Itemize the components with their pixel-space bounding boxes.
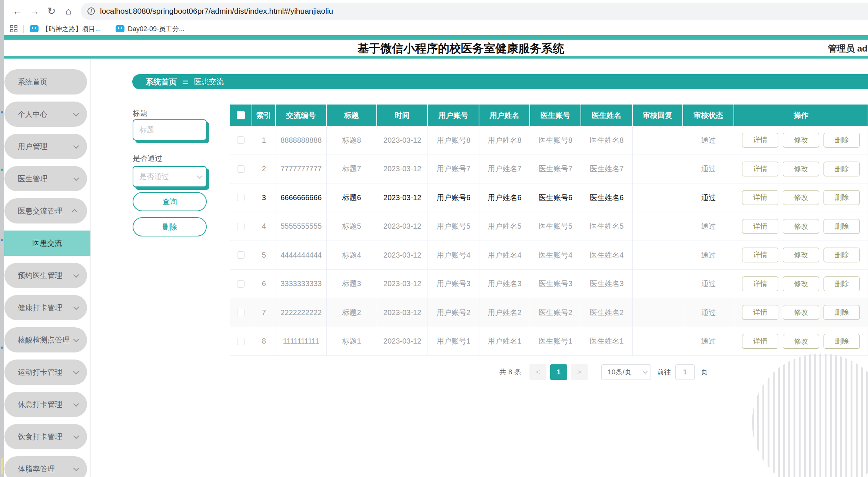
home-button[interactable]: ⌂: [60, 6, 77, 17]
detail-button[interactable]: 详情: [742, 334, 778, 349]
browser-chrome: ← → ↻ ⌂ i localhost:8080/springboot06pr7…: [4, 0, 868, 35]
sidebar-item-label: 医生管理: [18, 174, 73, 184]
apps-grid-icon[interactable]: [10, 25, 17, 32]
edit-button[interactable]: 修改: [783, 162, 819, 176]
reload-button[interactable]: ↻: [43, 5, 60, 17]
bookmark-item[interactable]: Day02-09-员工分...: [116, 24, 184, 33]
detail-button[interactable]: 详情: [742, 190, 778, 205]
query-button[interactable]: 查询: [133, 192, 207, 211]
cell-user-name: 用户姓名8: [479, 126, 530, 155]
row-checkbox[interactable]: [237, 223, 245, 230]
edit-button[interactable]: 修改: [783, 305, 819, 320]
sidebar-item[interactable]: 健康打卡管理: [4, 295, 87, 320]
delete-row-button[interactable]: 删除: [824, 334, 860, 349]
sidebar-item[interactable]: 系统首页: [4, 69, 87, 95]
cell-title: 标题5: [327, 212, 377, 241]
delete-row-button[interactable]: 删除: [824, 133, 860, 148]
detail-button[interactable]: 详情: [742, 276, 778, 291]
cell-time: 2023-03-12: [377, 183, 428, 212]
page-size-select[interactable]: 10条/页: [601, 364, 651, 380]
cell-time: 2023-03-12: [377, 327, 428, 356]
sidebar-item[interactable]: 饮食打卡管理: [4, 424, 87, 449]
delete-row-button[interactable]: 删除: [824, 305, 860, 320]
prev-page-button[interactable]: <: [529, 364, 546, 380]
column-header: 用户姓名: [479, 105, 530, 126]
column-header: 操作: [734, 105, 868, 126]
edit-button[interactable]: 修改: [783, 276, 819, 291]
breadcrumb-home[interactable]: 系统首页: [146, 77, 177, 87]
sidebar-item[interactable]: 医患交流管理: [4, 198, 87, 223]
goto-page-input[interactable]: 1: [675, 364, 695, 380]
cell-review-reply: [633, 241, 683, 269]
decorative-stripes-circle: [752, 354, 868, 477]
row-checkbox[interactable]: [237, 165, 245, 173]
sidebar-item[interactable]: 医患交流: [4, 231, 90, 256]
delete-selected-button[interactable]: 删除: [133, 217, 207, 236]
cell-review-reply: [633, 327, 683, 356]
cell-doctor-name: 医生姓名4: [581, 241, 633, 269]
sidebar-item[interactable]: 体脂率管理: [4, 456, 87, 477]
chevron-down-icon: [197, 173, 203, 179]
delete-row-button[interactable]: 删除: [824, 162, 860, 176]
url-bar[interactable]: i localhost:8080/springboot06pr7/admin/d…: [81, 3, 868, 20]
bookmark-item[interactable]: 【码神之路】项目...: [30, 24, 101, 33]
row-checkbox[interactable]: [237, 194, 245, 201]
edit-button[interactable]: 修改: [783, 133, 819, 148]
row-checkbox[interactable]: [237, 251, 245, 259]
video-site-icon: [30, 25, 39, 32]
sidebar-item[interactable]: 预约医生管理: [4, 263, 87, 288]
detail-button[interactable]: 详情: [742, 162, 778, 176]
back-button[interactable]: ←: [9, 6, 26, 17]
chevron-icon: [73, 368, 79, 374]
row-checkbox[interactable]: [237, 136, 245, 144]
delete-row-button[interactable]: 删除: [824, 276, 860, 291]
edit-button[interactable]: 修改: [783, 334, 819, 349]
next-page-button[interactable]: >: [571, 364, 588, 380]
breadcrumb-current: 医患交流: [194, 77, 224, 87]
row-checkbox[interactable]: [237, 309, 245, 316]
chevron-icon: [73, 336, 79, 342]
site-info-icon[interactable]: i: [87, 7, 95, 15]
edit-button[interactable]: 修改: [783, 248, 819, 262]
row-checkbox[interactable]: [237, 280, 245, 288]
cell-doctor-name: 医生姓名5: [581, 212, 633, 241]
sidebar-item[interactable]: 核酸检测点管理: [4, 327, 87, 352]
sidebar-item[interactable]: 休息打卡管理: [4, 392, 87, 417]
sidebar-item-label: 用户管理: [18, 142, 73, 152]
cell-user-account: 用户账号6: [428, 183, 479, 212]
forward-button[interactable]: →: [26, 6, 43, 17]
detail-button[interactable]: 详情: [742, 305, 778, 320]
chevron-icon: [73, 304, 79, 310]
title-filter-input[interactable]: 标题: [133, 119, 207, 140]
cell-actions: 详情 修改 删除: [734, 126, 868, 155]
chevron-icon: [73, 110, 79, 116]
select-all-checkbox[interactable]: [237, 111, 245, 119]
delete-row-button[interactable]: 删除: [824, 190, 860, 205]
pagination: 共 8 条 < 1 > 10条/页 前往 1 页: [499, 364, 708, 380]
detail-button[interactable]: 详情: [742, 219, 778, 234]
detail-button[interactable]: 详情: [742, 133, 778, 148]
edit-button[interactable]: 修改: [783, 190, 819, 205]
pass-filter-select[interactable]: 是否通过: [133, 166, 207, 187]
chevron-icon: [73, 465, 79, 471]
sidebar-item[interactable]: 个人中心: [4, 102, 87, 127]
column-header: 医生账号: [530, 105, 581, 126]
sidebar-item[interactable]: 医生管理: [4, 166, 87, 191]
row-checkbox[interactable]: [237, 338, 245, 345]
delete-row-button[interactable]: 删除: [824, 219, 860, 234]
cell-review-status: 通过: [683, 155, 735, 183]
chevron-down-icon: [643, 369, 648, 374]
sidebar-item[interactable]: 用户管理: [4, 134, 87, 159]
detail-button[interactable]: 详情: [742, 248, 778, 262]
desktop-icon-fragment: [1, 111, 3, 113]
sidebar-item[interactable]: 运动打卡管理: [4, 360, 87, 385]
desktop-icon-fragment: [1, 458, 3, 474]
site-header: 基于微信小程序的校医务室健康服务系统 管理员 adm: [4, 40, 868, 56]
page-number-button[interactable]: 1: [550, 364, 567, 380]
column-header: 用户账号: [428, 105, 479, 126]
edit-button[interactable]: 修改: [783, 219, 819, 234]
cell-title: 标题7: [327, 155, 377, 183]
breadcrumb-divider-icon: [183, 80, 188, 84]
delete-row-button[interactable]: 删除: [824, 248, 860, 262]
cell-user-name: 用户姓名5: [479, 212, 530, 241]
